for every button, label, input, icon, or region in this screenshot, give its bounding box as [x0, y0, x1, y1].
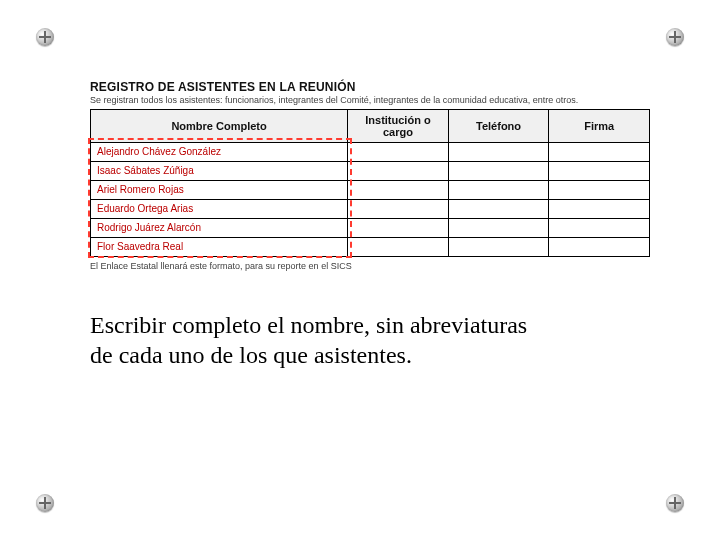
instruction-caption: Escribir completo el nombre, sin abrevia…: [90, 310, 650, 370]
cell-firma: [549, 181, 650, 200]
cell-firma: [549, 143, 650, 162]
cell-nombre: Flor Saavedra Real: [91, 238, 348, 257]
cell-telefono: [448, 219, 549, 238]
cell-telefono: [448, 200, 549, 219]
cell-firma: [549, 238, 650, 257]
attendance-form: REGISTRO DE ASISTENTES EN LA REUNIÓN Se …: [90, 80, 650, 271]
table-row: Alejandro Chávez González: [91, 143, 650, 162]
cell-firma: [549, 162, 650, 181]
cell-institucion: [348, 162, 449, 181]
caption-line2: de cada uno de los que asistentes.: [90, 342, 412, 368]
caption-line1: Escribir completo el nombre, sin abrevia…: [90, 312, 527, 338]
col-header-nombre: Nombre Completo: [91, 110, 348, 143]
cell-institucion: [348, 200, 449, 219]
screw-icon: [666, 28, 684, 46]
cell-institucion: [348, 238, 449, 257]
table-row: Ariel Romero Rojas: [91, 181, 650, 200]
cell-nombre: Ariel Romero Rojas: [91, 181, 348, 200]
cell-nombre: Rodrigo Juárez Alarcón: [91, 219, 348, 238]
cell-telefono: [448, 162, 549, 181]
cell-institucion: [348, 219, 449, 238]
table-header-row: Nombre Completo Institución o cargo Telé…: [91, 110, 650, 143]
screw-icon: [36, 28, 54, 46]
cell-nombre: Alejandro Chávez González: [91, 143, 348, 162]
attendance-table: Nombre Completo Institución o cargo Telé…: [90, 109, 650, 257]
screw-icon: [36, 494, 54, 512]
col-header-institucion: Institución o cargo: [348, 110, 449, 143]
form-subtitle: Se registran todos los asistentes: funci…: [90, 95, 650, 105]
col-header-telefono: Teléfono: [448, 110, 549, 143]
cell-telefono: [448, 143, 549, 162]
form-title: REGISTRO DE ASISTENTES EN LA REUNIÓN: [90, 80, 650, 94]
cell-nombre: Eduardo Ortega Arias: [91, 200, 348, 219]
cell-institucion: [348, 181, 449, 200]
screw-icon: [666, 494, 684, 512]
cell-nombre: Isaac Sábates Zúñiga: [91, 162, 348, 181]
table-row: Rodrigo Juárez Alarcón: [91, 219, 650, 238]
table-row: Flor Saavedra Real: [91, 238, 650, 257]
slide: REGISTRO DE ASISTENTES EN LA REUNIÓN Se …: [0, 0, 720, 540]
cell-telefono: [448, 238, 549, 257]
col-header-firma: Firma: [549, 110, 650, 143]
cell-institucion: [348, 143, 449, 162]
cell-telefono: [448, 181, 549, 200]
cell-firma: [549, 219, 650, 238]
table-row: Eduardo Ortega Arias: [91, 200, 650, 219]
table-row: Isaac Sábates Zúñiga: [91, 162, 650, 181]
form-footer: El Enlace Estatal llenará este formato, …: [90, 261, 650, 271]
cell-firma: [549, 200, 650, 219]
